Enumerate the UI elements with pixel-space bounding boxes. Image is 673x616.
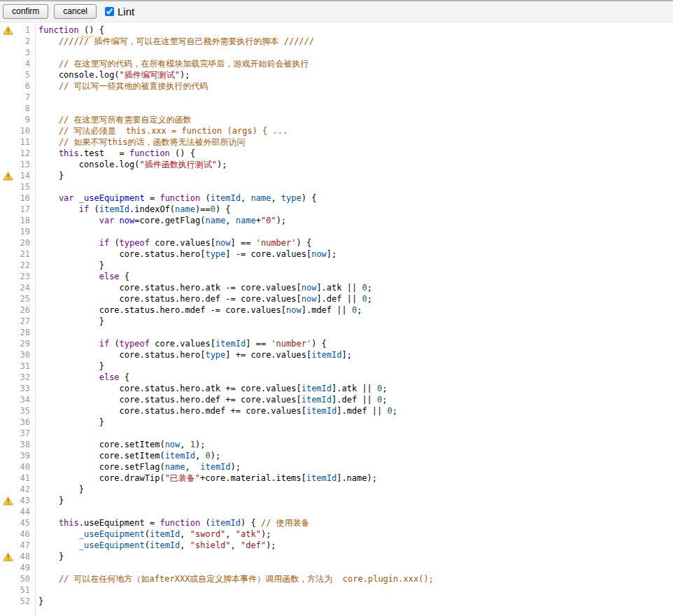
lint-marker-empty [0,159,17,170]
code-line[interactable]: 34 core.status.hero.def += core.values[i… [0,394,673,405]
code-line[interactable]: 49 [0,562,673,573]
code-line[interactable]: 18 var now=core.getFlag(name, name+"0"); [0,215,673,226]
code-text: if (typeof core.values[now] == 'number')… [35,237,311,248]
code-text: core.status.hero.def += core.values[item… [35,394,388,405]
code-text [35,226,43,237]
code-text: _useEquipment(itemId, "shield", "def"); [35,540,276,551]
lint-marker-empty [0,405,17,416]
code-text: } [35,260,104,271]
code-text: _useEquipment(itemId, "sword", "atk"); [35,528,271,540]
code-line[interactable]: 12 this.test = function () { [0,148,673,159]
code-line[interactable]: 25 core.status.hero.def -= core.values[n… [0,293,673,304]
code-line[interactable]: 21 core.status.hero[type] -= core.values… [0,248,673,260]
code-text: core.setFlag(name, itemId); [35,461,241,472]
lint-marker-empty [0,215,17,226]
code-line[interactable]: 46 _useEquipment(itemId, "sword", "atk")… [0,528,673,540]
lint-marker-empty [0,47,17,58]
code-line[interactable]: 4 // 在这里写的代码，在所有模块加载完毕后，游戏开始前会被执行 [0,58,673,69]
lint-toggle[interactable]: Lint [105,6,134,18]
code-line[interactable]: !1function () { [0,24,673,36]
code-line[interactable]: 36 } [0,416,673,428]
code-line[interactable]: 2 ////// 插件编写，可以在这里写自己额外需要执行的脚本 ////// [0,36,673,47]
lint-checkbox[interactable] [105,7,114,16]
lint-marker-empty [0,181,17,192]
lint-marker-empty [0,282,17,293]
code-line[interactable]: 3 [0,47,673,58]
code-line[interactable]: 42 } [0,484,673,495]
line-number: 40 [17,461,35,472]
code-line[interactable]: 44 [0,506,673,517]
code-text: core.status.hero.mdef -= core.values[now… [35,304,362,316]
code-line[interactable]: 31 } [0,360,673,372]
line-number: 50 [17,573,35,584]
code-line[interactable]: 17 if (itemId.indexOf(name)==0) { [0,204,673,215]
code-editor[interactable]: !1function () {2 ////// 插件编写，可以在这里写自己额外需… [0,22,673,615]
code-line[interactable]: 32 else { [0,372,673,383]
code-line[interactable]: 20 if (typeof core.values[now] == 'numbe… [0,237,673,248]
code-line[interactable]: 19 [0,226,673,237]
code-text: core.drawTip("已装备"+core.material.items[i… [35,472,377,484]
code-line[interactable]: 39 core.setItem(itemId, 0); [0,450,673,461]
line-number: 43 [17,495,35,506]
cancel-button[interactable]: cancel [54,4,97,19]
code-line[interactable]: 50 // 可以在任何地方（如afterXXX或自定义脚本事件）调用函数，方法为… [0,573,673,584]
code-line[interactable]: 23 else { [0,271,673,282]
code-line[interactable]: 13 console.log("插件函数执行测试"); [0,159,673,170]
code-line[interactable]: 8 [0,103,673,114]
line-number: 44 [17,506,35,517]
line-number: 31 [17,360,35,372]
code-line[interactable]: 15 [0,181,673,192]
code-line[interactable]: 35 core.status.hero.mdef += core.values[… [0,405,673,416]
code-text: core.setItem(now, 1); [35,439,205,450]
code-line[interactable]: 47 _useEquipment(itemId, "shield", "def"… [0,540,673,551]
code-line[interactable]: 45 this.useEquipment = function (itemId)… [0,517,673,528]
code-line[interactable]: 16 var _useEquipment = function (itemId,… [0,192,673,204]
code-line[interactable]: 10 // 写法必须是 this.xxx = function (args) {… [0,125,673,136]
lint-marker-empty [0,125,17,136]
code-text: core.status.hero.atk -= core.values[now]… [35,282,372,293]
line-number: 14 [17,170,35,181]
code-line[interactable]: 29 if (typeof core.values[itemId] == 'nu… [0,338,673,349]
code-line[interactable]: 28 [0,327,673,338]
code-line[interactable]: 30 core.status.hero[type] += core.values… [0,349,673,360]
code-text: else { [35,372,129,383]
code-line[interactable]: 41 core.drawTip("已装备"+core.material.item… [0,472,673,484]
code-line[interactable]: 27 } [0,316,673,327]
code-text [35,103,43,114]
code-text: } [35,170,64,181]
code-line[interactable]: 5 console.log("插件编写测试"); [0,69,673,80]
code-text: core.setItem(itemId, 0); [35,450,220,461]
code-line[interactable]: 9 // 在这里写所有需要自定义的函数 [0,114,673,125]
code-text: console.log("插件编写测试"); [35,69,190,80]
lint-marker-empty [0,450,17,461]
code-line[interactable]: !48 } [0,551,673,562]
code-line[interactable]: 24 core.status.hero.atk -= core.values[n… [0,282,673,293]
code-text: var _useEquipment = function (itemId, na… [35,192,316,204]
plugin-editor-window: confirm cancel Lint !1function () {2 ///… [0,0,673,616]
svg-text:!: ! [6,554,10,561]
line-number: 20 [17,237,35,248]
code-line[interactable]: 51 [0,584,673,596]
code-text: // 写法必须是 this.xxx = function (args) { ..… [35,125,288,136]
code-line[interactable]: 26 core.status.hero.mdef -= core.values[… [0,304,673,316]
code-line[interactable]: 40 core.setFlag(name, itemId); [0,461,673,472]
code-line[interactable]: !14 } [0,170,673,181]
code-line[interactable]: 33 core.status.hero.atk += core.values[i… [0,383,673,394]
code-line[interactable]: 37 [0,428,673,439]
code-text: core.status.hero.def -= core.values[now]… [35,293,372,304]
confirm-button[interactable]: confirm [3,4,48,19]
line-number: 6 [17,80,35,92]
lint-marker-empty [0,372,17,383]
code-line[interactable]: 11 // 如果不写this的话，函数将无法被外部所访问 [0,136,673,148]
line-number: 30 [17,349,35,360]
lint-marker-empty [0,528,17,540]
code-line[interactable]: 52} [0,596,673,607]
code-line[interactable]: 6 // 可以写一些其他的被直接执行的代码 [0,80,673,92]
code-line[interactable]: !43 } [0,495,673,506]
code-line[interactable]: 22 } [0,260,673,271]
code-text [35,327,43,338]
code-line[interactable]: 7 [0,92,673,103]
code-text: ////// 插件编写，可以在这里写自己额外需要执行的脚本 ////// [35,36,314,47]
line-number: 22 [17,260,35,271]
code-line[interactable]: 38 core.setItem(now, 1); [0,439,673,450]
